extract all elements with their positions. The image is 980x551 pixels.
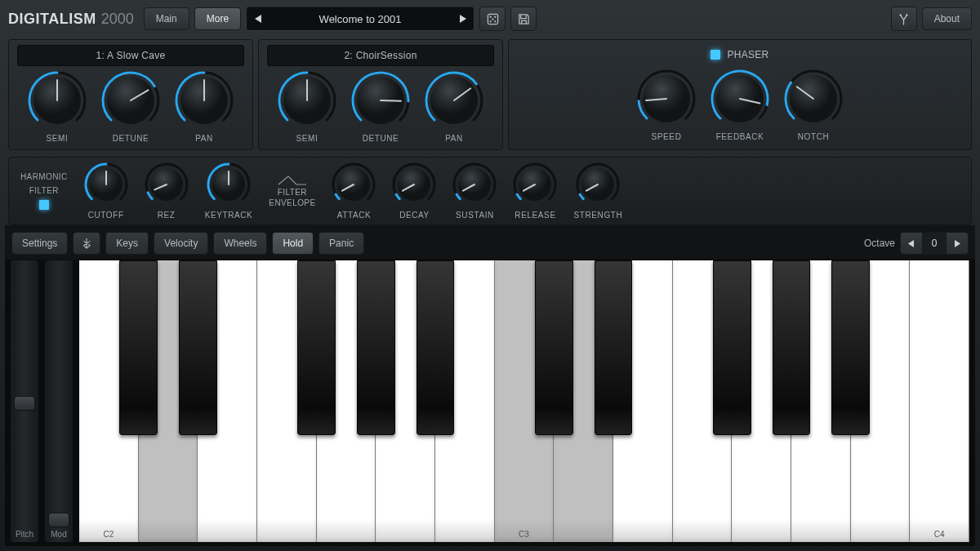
svg-point-3 [492, 18, 493, 20]
envelope-icon [277, 175, 308, 186]
knob-label: CUTOFF [88, 211, 124, 220]
filter-envelope-label: FILTER ENVELOPE [269, 175, 315, 207]
knob-label: DECAY [399, 211, 430, 220]
hf-label-1: HARMONIC [20, 172, 68, 181]
keys-button[interactable]: Keys [105, 232, 149, 255]
logo-text-a: DIGITALISM [8, 11, 96, 28]
keytrack-knob[interactable]: KEYTRACK [205, 162, 253, 220]
osc2-title[interactable]: 2: ChoirSession [267, 45, 494, 66]
knob-label: SEMI [296, 134, 318, 143]
svg-line-17 [381, 100, 401, 101]
black-key[interactable] [713, 260, 751, 435]
phaser-feedback-knob[interactable]: FEEDBACK [710, 69, 769, 141]
knob-label: SUSTAIN [456, 211, 494, 220]
preset-selector[interactable]: Welcome to 2001 [246, 7, 474, 31]
osc2-semi-knob[interactable]: SEMI [278, 71, 336, 143]
wheels-button[interactable]: Wheels [213, 232, 267, 255]
knob-label: STRENGTH [573, 211, 622, 220]
dice-icon [487, 13, 499, 25]
osc1-title[interactable]: 1: A Slow Cave [17, 45, 244, 66]
cutoff-knob[interactable]: CUTOFF [84, 162, 128, 220]
svg-point-7 [906, 14, 907, 16]
phaser-notch-knob[interactable]: NOTCH [784, 69, 843, 141]
black-key[interactable] [119, 260, 158, 435]
hf-label-2: FILTER [29, 186, 59, 195]
phaser-speed-knob[interactable]: SPEED [637, 69, 696, 141]
octave-value: 0 [922, 233, 947, 254]
preset-name: Welcome to 2001 [270, 13, 451, 25]
triangle-right-icon [954, 240, 960, 247]
svg-point-5 [494, 20, 496, 22]
knob-label: SPEED [652, 132, 682, 141]
pitch-label: Pitch [16, 530, 33, 539]
black-key[interactable] [831, 260, 870, 435]
knob-label: DETUNE [113, 134, 149, 143]
phaser-panel: PHASER SPEED FEEDBACK NOTCH [508, 39, 972, 150]
octave-down-button[interactable] [901, 233, 922, 254]
phaser-led[interactable] [710, 50, 720, 60]
env-l2: ENVELOPE [269, 198, 315, 207]
svg-point-1 [489, 16, 491, 17]
mod-wheel[interactable]: Mod [44, 260, 74, 543]
hf-led [39, 200, 49, 210]
env-decay-knob[interactable]: DECAY [392, 162, 436, 220]
phaser-title-text: PHASER [727, 49, 768, 60]
black-key[interactable] [416, 260, 455, 435]
knob-label: FEEDBACK [716, 132, 764, 141]
keyboard-toolbar: Settings Keys Velocity Wheels Hold Panic… [5, 225, 975, 260]
env-l1: FILTER [278, 188, 307, 197]
knob-label: PAN [195, 134, 213, 143]
save-icon [518, 13, 530, 25]
black-key[interactable] [773, 260, 811, 435]
knob-label: RELEASE [514, 211, 555, 220]
route-button[interactable] [891, 7, 917, 31]
piano-keyboard[interactable]: C2C3C4 [78, 260, 970, 543]
octave-up-button[interactable] [947, 233, 968, 254]
rez-knob[interactable]: REZ [145, 162, 189, 220]
triangle-right-icon [459, 15, 466, 23]
black-key[interactable] [179, 260, 217, 435]
preset-prev-button[interactable] [247, 15, 270, 23]
logo-text-b: 2000 [101, 11, 134, 28]
settings-button[interactable]: Settings [11, 232, 68, 255]
knob-label: KEYTRACK [205, 211, 253, 220]
svg-point-6 [900, 14, 902, 16]
osc2-detune-knob[interactable]: DETUNE [351, 71, 410, 143]
main-tab-button[interactable]: Main [144, 7, 189, 30]
pitch-wheel[interactable]: Pitch [10, 260, 39, 543]
more-tab-button[interactable]: More [194, 7, 241, 30]
random-button[interactable] [479, 7, 506, 31]
preset-next-button[interactable] [451, 15, 474, 23]
env-sustain-knob[interactable]: SUSTAIN [452, 162, 497, 220]
mod-label: Mod [51, 530, 66, 539]
osc1-panel: 1: A Slow Cave SEMI DETUNE PAN [8, 39, 253, 150]
black-key[interactable] [595, 260, 633, 435]
black-key[interactable] [297, 260, 336, 435]
triangle-left-icon [908, 240, 915, 247]
harmonic-filter-toggle[interactable]: HARMONIC FILTER [20, 172, 68, 210]
osc1-detune-knob[interactable]: DETUNE [101, 71, 160, 143]
knob-label: ATTACK [337, 211, 372, 220]
hold-button[interactable]: Hold [272, 232, 314, 255]
knob-label: REZ [158, 211, 176, 220]
triangle-left-icon [255, 15, 262, 23]
panic-button[interactable]: Panic [318, 232, 364, 255]
about-button[interactable]: About [922, 7, 972, 30]
env-attack-knob[interactable]: ATTACK [332, 162, 376, 220]
bluetooth-icon [81, 238, 92, 249]
env-release-knob[interactable]: RELEASE [513, 162, 557, 220]
osc1-semi-knob[interactable]: SEMI [28, 71, 87, 143]
osc1-pan-knob[interactable]: PAN [175, 71, 234, 143]
svg-point-2 [494, 16, 496, 17]
bluetooth-button[interactable] [73, 232, 100, 255]
black-key[interactable] [535, 260, 573, 435]
white-key[interactable]: C4 [910, 260, 969, 542]
knob-label: DETUNE [363, 134, 399, 143]
black-key[interactable] [357, 260, 395, 435]
svg-point-4 [489, 20, 491, 22]
filter-row: HARMONIC FILTER CUTOFF REZ KEYTRACK FILT… [8, 157, 972, 225]
env-strength-knob[interactable]: STRENGTH [573, 162, 622, 220]
velocity-button[interactable]: Velocity [154, 232, 208, 255]
osc2-pan-knob[interactable]: PAN [425, 71, 483, 143]
save-button[interactable] [510, 7, 537, 31]
